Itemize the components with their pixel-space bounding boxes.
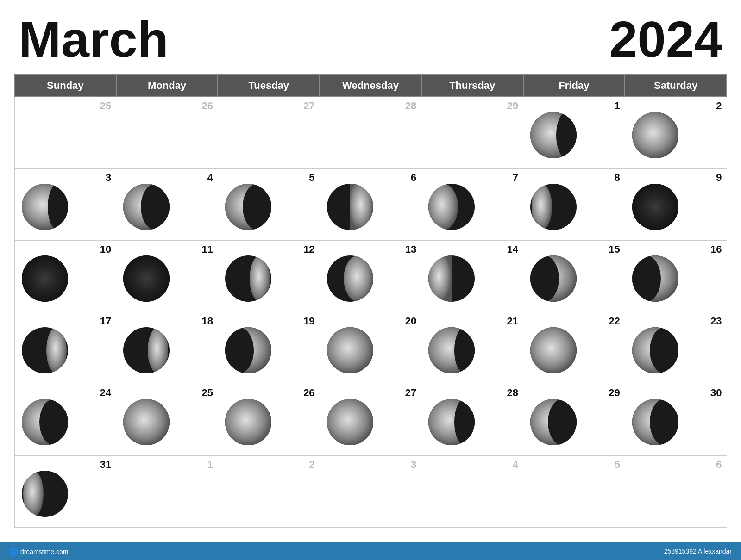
cell-date: 7 [513, 172, 518, 184]
calendar-cell-7-current: 7 [421, 168, 523, 240]
cell-date: 23 [710, 315, 722, 327]
moon-phase-waning-gibbous-large [523, 97, 625, 168]
cell-date: 31 [100, 459, 111, 471]
calendar-cell-20-current: 20 [320, 312, 421, 384]
calendar-cell-24-current: 24 [14, 384, 116, 455]
calendar-cell-26-current: 26 [218, 384, 320, 455]
calendar-week-4: 17 18 [14, 312, 727, 384]
calendar-cell-2-current: 2 [625, 97, 727, 168]
svg-point-98 [548, 399, 578, 445]
cell-date: 20 [405, 315, 416, 327]
cell-date: 6 [716, 459, 722, 471]
calendar-cell-5-current: 5 [218, 168, 320, 240]
calendar-cell-22-current: 22 [523, 312, 625, 384]
moon-phase-waning-crescent-large [421, 169, 523, 240]
moon-phase-new [625, 169, 727, 240]
calendar-cell-3-next: 3 [320, 455, 421, 527]
day-header-saturday: Saturday [625, 75, 727, 97]
cell-date: 5 [614, 459, 620, 471]
cell-date: 1 [614, 100, 620, 112]
cell-date: 15 [609, 243, 620, 255]
cell-date: 29 [609, 387, 620, 399]
calendar-cell-8-current: 8 [523, 168, 625, 240]
calendar-cell-15-current: 15 [523, 240, 625, 312]
calendar-week-2: 3 4 [14, 168, 727, 240]
svg-point-18 [243, 184, 272, 230]
svg-point-105 [23, 471, 44, 517]
svg-point-49 [529, 255, 559, 302]
svg-point-70 [454, 327, 475, 373]
calendar-week-6: 31 123456 [14, 455, 727, 527]
cell-date: 1 [207, 459, 213, 471]
calendar-cell-1-next: 1 [116, 455, 218, 527]
svg-point-27 [532, 184, 552, 230]
month-title: March [19, 14, 169, 65]
calendar-cell-13-current: 13 [320, 240, 421, 312]
calendar-cell-25-current: 25 [116, 384, 218, 455]
svg-point-6 [632, 112, 678, 158]
calendar-cell-26-prev: 26 [116, 97, 218, 168]
footer-site-text: dreamstime.com [20, 548, 68, 555]
calendar-cell-5-next: 5 [523, 455, 625, 527]
svg-point-66 [327, 327, 373, 373]
cell-date: 6 [411, 172, 416, 184]
svg-point-94 [454, 399, 475, 445]
svg-point-33 [22, 255, 68, 302]
cell-date: 27 [303, 100, 314, 112]
cell-date: 28 [507, 387, 518, 399]
calendar-cell-17-current: 17 [14, 312, 116, 384]
svg-point-3 [556, 112, 577, 158]
calendar-cell-2-next: 2 [218, 455, 320, 527]
svg-point-59 [148, 327, 168, 373]
footer-id-text: 258915392 [664, 548, 697, 555]
day-header-wednesday: Wednesday [320, 75, 421, 97]
svg-point-36 [123, 255, 170, 302]
footer-bar: 🌀 dreamstime.com 258915392 Allexxandar [0, 542, 741, 560]
calendar-wrapper: SundayMondayTuesdayWednesdayThursdayFrid… [0, 74, 741, 528]
cell-date: 2 [716, 100, 722, 112]
svg-point-81 [39, 399, 69, 445]
svg-point-56 [46, 327, 67, 373]
day-header-thursday: Thursday [421, 75, 523, 97]
calendar-cell-14-current: 14 [421, 240, 523, 312]
cell-date: 9 [716, 172, 722, 184]
cell-date: 12 [303, 243, 314, 255]
cell-date: 14 [507, 243, 518, 255]
moon-phase-waning-gibbous [218, 169, 320, 240]
cell-date: 4 [513, 459, 518, 471]
cell-date: 25 [201, 387, 213, 399]
calendar-cell-16-current: 16 [625, 240, 727, 312]
moon-phase-waning-gibbous [116, 169, 218, 240]
svg-point-53 [631, 255, 661, 302]
calendar-cell-9-current: 9 [625, 168, 727, 240]
calendar-cell-4-current: 4 [116, 168, 218, 240]
cell-date: 16 [710, 243, 722, 255]
svg-point-39 [250, 255, 270, 302]
cell-date: 30 [710, 387, 722, 399]
cell-date: 13 [405, 243, 416, 255]
svg-point-87 [225, 399, 271, 445]
footer-site: 🌀 dreamstime.com [9, 547, 68, 556]
svg-point-73 [530, 327, 577, 373]
svg-point-84 [123, 399, 170, 445]
moon-phase-full [625, 97, 727, 168]
calendar-cell-6-current: 6 [320, 168, 421, 240]
calendar-cell-12-current: 12 [218, 240, 320, 312]
svg-point-10 [48, 184, 68, 230]
svg-point-90 [327, 399, 373, 445]
cell-date: 5 [309, 172, 314, 184]
cell-date: 25 [100, 100, 111, 112]
svg-point-24 [428, 184, 458, 230]
svg-rect-21 [350, 184, 373, 230]
calendar-cell-18-current: 18 [116, 312, 218, 384]
calendar-grid: SundayMondayTuesdayWednesdayThursdayFrid… [14, 74, 727, 528]
calendar-cell-1-current: 1 [523, 97, 625, 168]
calendar-cell-28-prev: 28 [320, 97, 421, 168]
svg-rect-45 [428, 255, 452, 302]
svg-point-30 [632, 184, 678, 230]
calendar-cell-29-current: 29 [523, 384, 625, 455]
footer-id: 258915392 Allexxandar [664, 548, 732, 555]
day-header-friday: Friday [523, 75, 625, 97]
cell-date: 26 [201, 100, 213, 112]
cell-date: 17 [100, 315, 111, 327]
